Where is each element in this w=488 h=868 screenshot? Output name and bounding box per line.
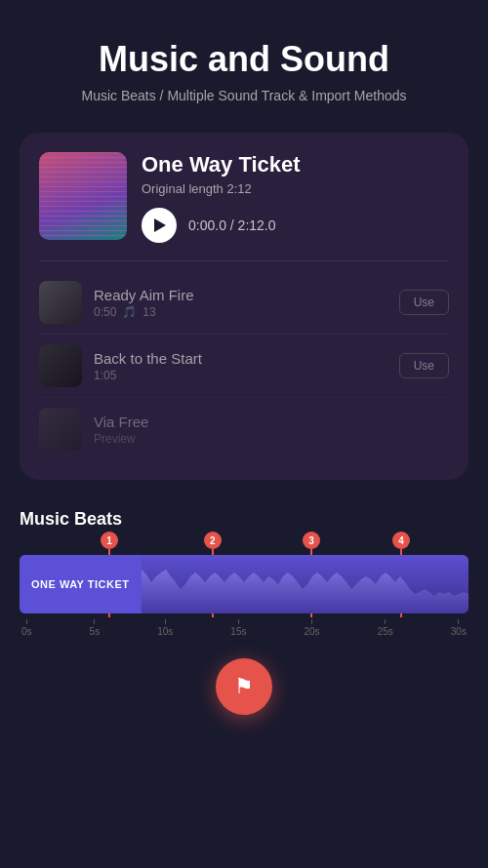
track-info: One Way Ticket Original length 2:12 0:00… [142,152,449,243]
track-item-name: Back to the Start [94,350,387,367]
page-header: Music and Sound Music Beats / Multiple S… [0,0,488,113]
tick-label-15s: 15s [230,626,246,637]
page-title: Music and Sound [20,39,468,80]
music-card: One Way Ticket Original length 2:12 0:00… [20,133,468,480]
tick-label-5s: 5s [90,626,101,637]
section-label: Music Beats [20,509,468,530]
play-icon [154,218,166,232]
tick-label-25s: 25s [378,626,393,637]
beat-number-2: 2 [204,532,222,549]
track-item-info: Preview [94,432,449,446]
use-button-2[interactable]: Use [399,353,449,378]
track-preview: Preview [94,432,136,446]
track-name: One Way Ticket [142,152,449,178]
track-item-info: 0:50 🎵 13 [94,305,387,319]
tick-label-20s: 20s [305,626,320,637]
track-list: Ready Aim Fire 0:50 🎵 13 Use Back to the… [39,260,449,460]
tick-10s: 10s [157,619,173,637]
waveform-track-label: ONE WAY TICKET [20,555,142,613]
beat-number-1: 1 [101,532,118,549]
beat-number-3: 3 [303,532,320,549]
track-item-name: Ready Aim Fire [94,287,387,303]
tick-25s: 25s [378,619,393,637]
tick-label-10s: 10s [157,626,173,637]
waveform-track-name: ONE WAY TICKET [31,578,130,590]
tick-label-30s: 30s [451,626,467,637]
track-duration: 1:05 [94,369,116,382]
tick-15s: 15s [230,619,246,637]
page-subtitle: Music Beats / Multiple Sound Track & Imp… [20,88,468,103]
flag-icon: ⚑ [234,674,254,699]
time-display: 0:00.0 / 2:12.0 [188,217,276,233]
use-button-1[interactable]: Use [399,290,449,315]
now-playing: One Way Ticket Original length 2:12 0:00… [39,152,449,243]
album-art [39,152,127,240]
track-meta: Ready Aim Fire 0:50 🎵 13 [94,287,387,319]
track-length: Original length 2:12 [142,181,449,196]
track-item-info: 1:05 [94,369,387,382]
tick-label-0s: 0s [21,626,32,637]
list-item: Via Free Preview [39,397,449,460]
track-count-icon: 🎵 [122,305,137,319]
track-duration: 0:50 [94,305,116,319]
play-button[interactable] [142,208,177,243]
track-thumbnail [39,344,82,387]
track-meta: Via Free Preview [94,414,449,446]
track-thumbnail [39,408,82,451]
waveform-container: 1 2 3 4 [20,541,468,639]
tick-30s: 30s [451,619,467,637]
track-count: 13 [142,305,155,319]
tick-0s: 0s [21,619,32,637]
flag-button[interactable]: ⚑ [216,658,272,715]
music-beats-section: Music Beats 1 2 3 4 [0,499,488,639]
beat-number-4: 4 [392,532,410,549]
album-art-image [39,152,127,240]
track-thumbnail [39,281,82,324]
tick-5s: 5s [90,619,101,637]
playback-controls: 0:00.0 / 2:12.0 [142,208,449,243]
tick-20s: 20s [305,619,320,637]
track-meta: Back to the Start 1:05 [94,350,387,382]
list-item: Back to the Start 1:05 Use [39,334,449,397]
waveform-area: ONE WAY TICKET [20,555,468,613]
track-item-name: Via Free [94,414,449,430]
list-item: Ready Aim Fire 0:50 🎵 13 Use [39,271,449,334]
